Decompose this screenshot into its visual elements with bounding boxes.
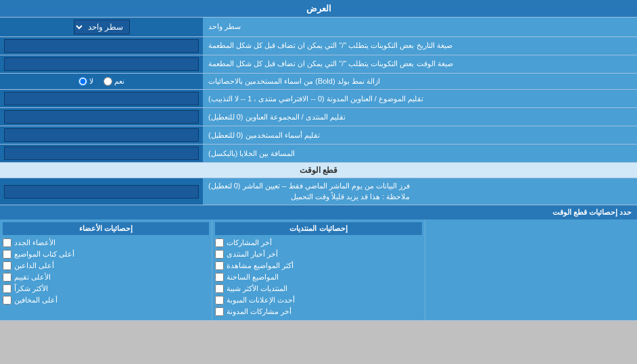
- cell-spacing-input[interactable]: 2: [4, 147, 199, 160]
- radio-yes-label[interactable]: نعم: [103, 77, 124, 86]
- stats-members-item-6: أعلى المخافين: [3, 294, 209, 306]
- stats-forums-header: إحصائيات المنتديات: [215, 222, 421, 235]
- checkbox-most-thanked[interactable]: [3, 284, 11, 293]
- stats-col-empty: [425, 219, 637, 320]
- date-format-label: صيغة التاريخ بعض التكوينات يتطلب "/" الت…: [203, 37, 637, 55]
- checkbox-top-feared[interactable]: [3, 296, 11, 305]
- checkbox-last-news[interactable]: [215, 250, 224, 259]
- stats-members-item-2: أعلى كتاب المواضيع: [3, 249, 209, 260]
- stats-forums-item-1: أخر المشاركات: [215, 237, 421, 249]
- stats-members-item-4: الأعلى تقييم: [3, 271, 209, 283]
- data-sort-input-cell: 0: [0, 178, 203, 205]
- date-format-input-cell: d-m: [0, 37, 203, 55]
- topic-trim-input-cell: 33: [0, 90, 203, 107]
- date-format-input[interactable]: d-m: [4, 39, 199, 53]
- stats-col-members: إحصائيات الأعضاء الأعضاء الجدد أعلى كتاب…: [0, 219, 212, 320]
- username-trim-input-cell: 0: [0, 126, 203, 144]
- row-username-trim: تقليم أسماء المستخدمين (0 للتعطيل) 0: [0, 126, 637, 145]
- single-line-select[interactable]: سطر واحد سطرين ثلاثة أسطر: [74, 20, 130, 34]
- checkbox-top-donors[interactable]: [3, 261, 11, 270]
- stats-forums-item-3: أكثر المواضيع مشاهدة: [215, 260, 421, 271]
- data-sort-input[interactable]: 0: [4, 185, 199, 199]
- stats-section: حدد إحصائيات قطع الوقت إحصائيات المنتديا…: [0, 205, 637, 321]
- checkbox-last-blog[interactable]: [215, 307, 224, 316]
- username-trim-label: تقليم أسماء المستخدمين (0 للتعطيل): [203, 126, 637, 144]
- stats-members-header: إحصائيات الأعضاء: [3, 222, 209, 235]
- forum-trim-input-cell: 33: [0, 108, 203, 126]
- row-single-line: سطر واحد سطر واحد سطرين ثلاثة أسطر: [0, 18, 637, 37]
- stats-forums-item-4: المواضيع الساخنة: [215, 271, 421, 283]
- checkbox-top-rated[interactable]: [3, 273, 11, 282]
- cell-spacing-label: المسافة بين الخلايا (بالبكسل): [203, 145, 637, 162]
- bold-remove-label: ازالة نمط بولد (Bold) من اسماء المستخدمي…: [203, 74, 637, 89]
- checkbox-last-posts[interactable]: [215, 238, 224, 247]
- topic-trim-label: تقليم الموضوع / العناوين المدونة (0 -- ا…: [203, 90, 637, 107]
- row-time-format: صيغة الوقت بعض التكوينات يتطلب "/" التي …: [0, 55, 637, 74]
- stats-col-forums: إحصائيات المنتديات أخر المشاركات أخر أخب…: [212, 219, 424, 320]
- stats-forums-item-2: أخر أخبار المنتدى: [215, 249, 421, 260]
- data-sort-label: فرز البيانات من يوم الماشر الماضي فقط --…: [203, 178, 637, 205]
- time-format-input-cell: H:i: [0, 55, 203, 73]
- stats-forums-item-6: أحدث الإعلانات المبوبة: [215, 294, 421, 306]
- checkbox-popular-forums[interactable]: [215, 284, 224, 293]
- forum-trim-label: تقليم المنتدى / المجموعة العناوين (0 للت…: [203, 108, 637, 126]
- time-cut-header: قطع الوقت: [0, 163, 637, 178]
- stats-grid: إحصائيات المنتديات أخر المشاركات أخر أخب…: [0, 219, 637, 320]
- stats-forums-item-5: المنتديات الأكثر شبية: [215, 283, 421, 294]
- checkbox-new-members[interactable]: [3, 238, 11, 247]
- row-topic-trim: تقليم الموضوع / العناوين المدونة (0 -- ا…: [0, 90, 637, 108]
- radio-yes[interactable]: [103, 77, 112, 86]
- stats-title: حدد إحصائيات قطع الوقت: [0, 205, 637, 219]
- username-trim-input[interactable]: 0: [4, 128, 199, 142]
- time-format-input[interactable]: H:i: [4, 57, 199, 71]
- cell-spacing-input-cell: 2: [0, 145, 203, 162]
- bold-remove-radio-cell: نعم لا: [0, 74, 203, 89]
- stats-forums-item-7: أخر مشاركات المدونة: [215, 306, 421, 317]
- checkbox-top-posters[interactable]: [3, 250, 11, 259]
- row-date-format: صيغة التاريخ بعض التكوينات يتطلب "/" الت…: [0, 37, 637, 55]
- topic-trim-input[interactable]: 33: [4, 92, 199, 105]
- single-line-label: سطر واحد: [203, 18, 637, 36]
- page-title: العرض: [0, 0, 637, 18]
- row-data-sort: فرز البيانات من يوم الماشر الماضي فقط --…: [0, 178, 637, 205]
- row-cell-spacing: المسافة بين الخلايا (بالبكسل) 2: [0, 145, 637, 163]
- forum-trim-input[interactable]: 33: [4, 110, 199, 124]
- stats-members-item-5: الأكثر شكراً: [3, 283, 209, 294]
- row-bold-remove: ازالة نمط بولد (Bold) من اسماء المستخدمي…: [0, 74, 637, 90]
- single-line-input-cell: سطر واحد سطرين ثلاثة أسطر: [0, 18, 203, 36]
- checkbox-most-viewed[interactable]: [215, 261, 224, 270]
- row-forum-trim: تقليم المنتدى / المجموعة العناوين (0 للت…: [0, 108, 637, 126]
- time-format-label: صيغة الوقت بعض التكوينات يتطلب "/" التي …: [203, 55, 637, 73]
- stats-members-item-1: الأعضاء الجدد: [3, 237, 209, 249]
- stats-members-item-3: أعلى الداعبن: [3, 260, 209, 271]
- radio-no-label[interactable]: لا: [78, 77, 93, 86]
- radio-no[interactable]: [78, 77, 87, 86]
- checkbox-latest-ads[interactable]: [215, 296, 224, 305]
- checkbox-hot-topics[interactable]: [215, 273, 224, 282]
